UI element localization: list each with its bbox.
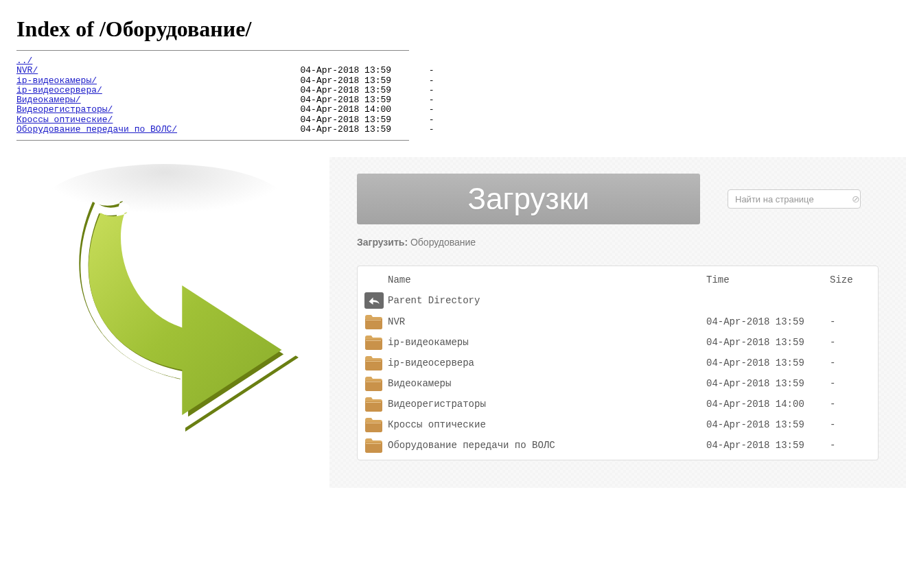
file-size: - [830, 357, 871, 368]
search-box[interactable]: ⊘ [728, 189, 861, 209]
back-icon [364, 292, 384, 309]
col-size: Size [830, 274, 871, 285]
arrow-icon [27, 164, 302, 459]
file-row[interactable]: NVR04-Apr-2018 13:59- [358, 311, 878, 332]
svg-point-0 [41, 164, 288, 246]
svg-rect-2 [366, 340, 381, 341]
parent-dir-row[interactable]: Parent Directory [358, 290, 878, 311]
downloads-banner: Загрузки [357, 174, 700, 224]
file-row[interactable]: Видеорегистраторы04-Apr-2018 14:00- [358, 394, 878, 414]
file-row[interactable]: ip-видеокамеры04-Apr-2018 13:59- [358, 332, 878, 353]
index-link[interactable]: Видеорегистраторы/ [16, 104, 113, 115]
file-name: ip-видеокамеры [388, 337, 706, 348]
file-size: - [830, 337, 871, 348]
file-time: 04-Apr-2018 13:59 [706, 440, 830, 451]
file-row[interactable]: Видеокамеры04-Apr-2018 13:59- [358, 373, 878, 394]
file-name: ip-видеосервера [388, 357, 706, 368]
index-link[interactable]: ip-видеокамеры/ [16, 75, 97, 86]
file-row[interactable]: Оборудование передачи по ВОЛС04-Apr-2018… [358, 435, 878, 456]
file-name: Видеорегистраторы [388, 399, 706, 410]
index-link[interactable]: Видеокамеры/ [16, 95, 81, 105]
breadcrumb: Загрузить: Оборудование [357, 237, 879, 248]
plain-index-section: Index of /Оборудование/ ../ NVR/ 04-Apr-… [0, 0, 906, 157]
file-size: - [830, 378, 871, 389]
file-row[interactable]: Кроссы оптические04-Apr-2018 13:59- [358, 414, 878, 435]
arrow-graphic-wrap [0, 157, 329, 459]
svg-rect-1 [366, 320, 381, 320]
col-name: Name [388, 274, 706, 285]
file-listing: Name Time Size Parent Directory NVR04-Ap… [357, 266, 879, 460]
breadcrumb-label: Загрузить: [357, 237, 408, 248]
styled-listing-panel: Загрузки ⊘ Загрузить: Оборудование Name … [329, 157, 906, 488]
svg-rect-5 [366, 402, 381, 403]
file-size: - [830, 440, 871, 451]
divider [16, 50, 409, 51]
index-link[interactable]: NVR/ [16, 65, 38, 75]
folder-icon [364, 335, 382, 350]
svg-rect-3 [366, 361, 381, 362]
folder-icon [364, 376, 382, 391]
file-size: - [830, 419, 871, 430]
transformation-section: Загрузки ⊘ Загрузить: Оборудование Name … [0, 157, 906, 488]
index-link[interactable]: ../ [16, 56, 32, 66]
file-name: Видеокамеры [388, 378, 706, 389]
index-link[interactable]: Оборудование передачи по ВОЛС/ [16, 124, 177, 134]
folder-icon [364, 417, 382, 432]
index-link[interactable]: ip-видеосервера/ [16, 85, 102, 95]
divider [16, 140, 409, 141]
file-name: NVR [388, 316, 706, 327]
file-size: - [830, 316, 871, 327]
search-input[interactable] [734, 193, 852, 205]
file-time: 04-Apr-2018 14:00 [706, 399, 830, 410]
svg-rect-7 [366, 443, 381, 444]
file-name: Кроссы оптические [388, 419, 706, 430]
folder-icon [364, 397, 382, 412]
file-time: 04-Apr-2018 13:59 [706, 378, 830, 389]
file-time: 04-Apr-2018 13:59 [706, 419, 830, 430]
index-listing: ../ NVR/ 04-Apr-2018 13:59 - ip-видеокам… [16, 56, 890, 134]
file-name: Оборудование передачи по ВОЛС [388, 440, 706, 451]
svg-rect-6 [366, 423, 381, 423]
col-time: Time [706, 274, 830, 285]
clear-icon[interactable]: ⊘ [852, 193, 860, 204]
file-time: 04-Apr-2018 13:59 [706, 337, 830, 348]
file-time: 04-Apr-2018 13:59 [706, 357, 830, 368]
parent-dir-label: Parent Directory [388, 295, 706, 306]
file-row[interactable]: ip-видеосервера04-Apr-2018 13:59- [358, 353, 878, 373]
file-time: 04-Apr-2018 13:59 [706, 316, 830, 327]
folder-icon [364, 355, 382, 371]
folder-icon [364, 438, 382, 453]
panel-header-row: Загрузки ⊘ [357, 174, 879, 224]
folder-icon [364, 314, 382, 329]
index-link[interactable]: Кроссы оптические/ [16, 115, 113, 125]
svg-rect-4 [366, 381, 381, 382]
file-size: - [830, 399, 871, 410]
column-headers: Name Time Size [358, 270, 878, 290]
page-title: Index of /Оборудование/ [16, 16, 890, 42]
breadcrumb-path: Оборудование [410, 237, 476, 248]
